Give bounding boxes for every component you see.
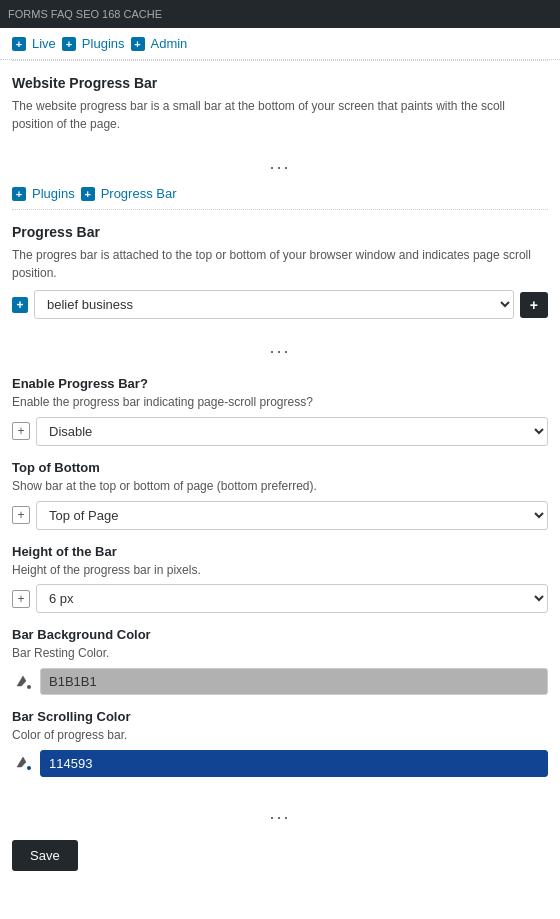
bg-color-label: Bar Background Color	[12, 627, 548, 642]
website-progress-bar-section: Website Progress Bar The website progres…	[0, 61, 560, 149]
website-section-title: Website Progress Bar	[12, 75, 548, 91]
inner-nav-plugins[interactable]: Plugins	[32, 186, 75, 201]
progress-bar-content: Progress Bar The progres bar is attached…	[0, 210, 560, 333]
scroll-color-label: Bar Scrolling Color	[12, 709, 548, 724]
enable-select[interactable]: Disable Enable	[36, 417, 548, 446]
dots-3: ...	[0, 799, 560, 828]
enable-square-plus-icon: +	[12, 422, 30, 440]
toolbar-text: FORMS FAQ SEO 168 CACHE	[8, 8, 162, 20]
toolbar: FORMS FAQ SEO 168 CACHE	[0, 0, 560, 28]
progress-bar-desc: The progres bar is attached to the top o…	[12, 246, 548, 282]
plugins-plus-icon: +	[62, 37, 76, 51]
top-bottom-dropdown-row: + Top of Page Bottom of Page	[12, 501, 548, 530]
scroll-color-desc: Color of progress bar.	[12, 727, 548, 744]
top-nav-bar: + Live + Plugins + Admin	[0, 28, 560, 60]
svg-rect-1	[27, 766, 31, 770]
select-plus-icon: +	[12, 297, 28, 313]
progress-bar-select[interactable]: belief business default custom	[34, 290, 514, 319]
height-select[interactable]: 4 px 6 px 8 px 10 px	[36, 584, 548, 613]
nav-live[interactable]: Live	[32, 36, 56, 51]
inner-nav: + Plugins + Progress Bar	[12, 178, 548, 209]
paint-bucket-scroll-icon	[12, 752, 34, 774]
website-section-desc: The website progress bar is a small bar …	[12, 97, 548, 133]
enable-dropdown-row: + Disable Enable	[12, 417, 548, 446]
bg-color-desc: Bar Resting Color.	[12, 645, 548, 662]
bg-color-input[interactable]	[40, 668, 548, 695]
height-square-plus-icon: +	[12, 590, 30, 608]
enable-label: Enable Progress Bar?	[12, 376, 548, 391]
top-bottom-desc: Show bar at the top or bottom of page (b…	[12, 478, 548, 495]
bg-color-row	[12, 668, 548, 695]
add-button[interactable]: +	[520, 292, 548, 318]
height-dropdown-row: + 4 px 6 px 8 px 10 px	[12, 584, 548, 613]
live-plus-icon: +	[12, 37, 26, 51]
save-button[interactable]: Save	[12, 840, 78, 871]
enable-section: Enable Progress Bar? Enable the progress…	[12, 362, 548, 799]
enable-progress-bar-content: Enable Progress Bar? Enable the progress…	[0, 362, 560, 799]
paint-bucket-icon	[12, 671, 34, 693]
enable-desc: Enable the progress bar indicating page-…	[12, 394, 548, 411]
progress-bar-select-row: + belief business default custom +	[12, 290, 548, 319]
scroll-color-row	[12, 750, 548, 777]
height-label: Height of the Bar	[12, 544, 548, 559]
top-bottom-select[interactable]: Top of Page Bottom of Page	[36, 501, 548, 530]
admin-plus-icon: +	[131, 37, 145, 51]
top-bottom-label: Top of Bottom	[12, 460, 548, 475]
save-section: Save	[0, 828, 560, 891]
progress-bar-title: Progress Bar	[12, 224, 548, 240]
svg-rect-0	[27, 685, 31, 689]
top-bottom-square-plus-icon: +	[12, 506, 30, 524]
website-section: Website Progress Bar The website progres…	[12, 61, 548, 149]
inner-nav-progress-bar[interactable]: Progress Bar	[101, 186, 177, 201]
inner-plugins-plus-icon: +	[12, 187, 26, 201]
nav-admin[interactable]: Admin	[151, 36, 188, 51]
nav-plugins[interactable]: Plugins	[82, 36, 125, 51]
height-desc: Height of the progress bar in pixels.	[12, 562, 548, 579]
scroll-color-input[interactable]	[40, 750, 548, 777]
inner-nav-content: + Plugins + Progress Bar	[0, 178, 560, 209]
inner-progress-bar-plus-icon: +	[81, 187, 95, 201]
progress-bar-section: Progress Bar The progres bar is attached…	[12, 210, 548, 333]
dots-1: ...	[0, 149, 560, 178]
dots-2: ...	[0, 333, 560, 362]
